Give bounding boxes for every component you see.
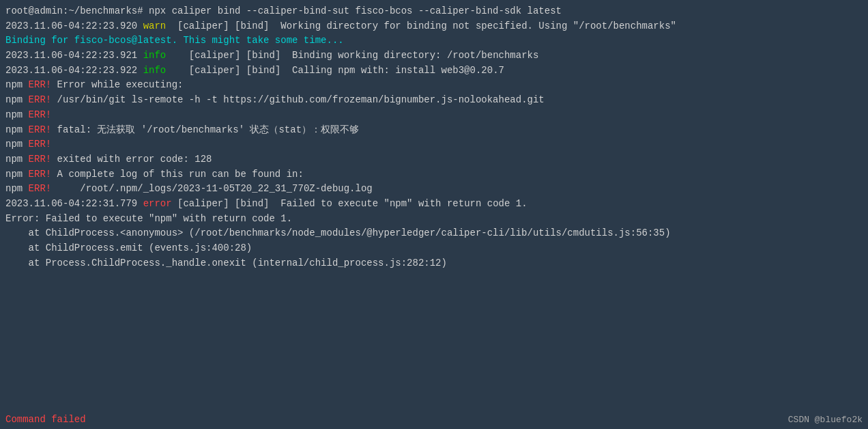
terminal-text: at ChildProcess.emit (events.js:400:28) (5, 243, 252, 253)
terminal-text: Error: Failed to execute "npm" with retu… (5, 213, 292, 224)
terminal-text: npm (5, 154, 29, 165)
terminal-text: ERR! (29, 109, 52, 120)
terminal-text: warn (143, 20, 167, 31)
terminal-line: root@admin:~/benchmarks# npx caliper bin… (5, 4, 863, 19)
terminal-text: 2023.11.06-04:22:23.921 (5, 50, 143, 61)
terminal-output: root@admin:~/benchmarks# npx caliper bin… (5, 4, 863, 271)
terminal-text: npm (5, 79, 29, 90)
terminal-text: info (143, 50, 167, 61)
terminal-line: npm ERR! Error while executing: (5, 78, 863, 93)
terminal-text: info (143, 65, 167, 76)
terminal-text: npm (5, 94, 29, 105)
terminal-text: fatal: 无法获取 '/root/benchmarks' 状态（stat）：… (51, 124, 359, 135)
terminal-line: npm ERR! /root/.npm/_logs/2023-11-05T20_… (5, 182, 863, 197)
terminal-text: /root/.npm/_logs/2023-11-05T20_22_31_770… (51, 183, 372, 194)
terminal-text: ERR! (29, 139, 52, 150)
terminal-text: 2023.11.06-04:22:23.920 (5, 20, 143, 31)
terminal-text: Binding for fisco-bcos@latest. This migh… (5, 35, 344, 46)
terminal-text: A complete log of this run can be found … (51, 169, 304, 180)
terminal-line: Error: Failed to execute "npm" with retu… (5, 212, 863, 227)
terminal-text: ERR! (29, 183, 52, 194)
terminal-text: ERR! (29, 79, 52, 90)
terminal-text: exited with error code: 128 (51, 154, 212, 165)
terminal-line: 2023.11.06-04:22:23.922 info [caliper] [… (5, 64, 863, 79)
terminal-text: [caliper] [bind] Binding working directo… (166, 50, 538, 61)
terminal-line: npm ERR! (5, 137, 863, 152)
terminal-text: at ChildProcess.<anonymous> (/root/bench… (5, 227, 671, 238)
terminal-line: 2023.11.06-04:22:23.921 info [caliper] [… (5, 49, 863, 64)
terminal-text: Error while executing: (51, 79, 183, 90)
terminal-text: npm (5, 169, 29, 180)
terminal-text: ERR! (29, 94, 52, 105)
terminal-text: error (143, 198, 172, 209)
terminal-text: 2023.11.06-04:22:23.922 (5, 65, 143, 76)
terminal-text: npm (5, 183, 29, 194)
terminal-line: at Process.ChildProcess._handle.onexit (… (5, 256, 863, 271)
command-failed-label: Command failed (5, 414, 86, 425)
terminal-text: npm (5, 109, 29, 120)
terminal-text: ERR! (29, 154, 52, 165)
terminal-line: npm ERR! A complete log of this run can … (5, 167, 863, 182)
terminal-text: [caliper] [bind] Calling npm with: insta… (166, 65, 504, 76)
terminal-text: npm (5, 124, 29, 135)
terminal-text: ERR! (29, 124, 52, 135)
terminal-text: root@admin:~/benchmarks# npx caliper bin… (5, 5, 562, 16)
terminal-line: npm ERR! (5, 108, 863, 123)
terminal-line: npm ERR! exited with error code: 128 (5, 152, 863, 167)
csdn-watermark: CSDN @bluefo2k (788, 415, 863, 425)
terminal-text: 2023.11.06-04:22:31.779 (5, 198, 143, 209)
terminal-text: /usr/bin/git ls-remote -h -t https://git… (51, 94, 545, 105)
terminal-line: npm ERR! fatal: 无法获取 '/root/benchmarks' … (5, 123, 863, 138)
terminal-line: 2023.11.06-04:22:31.779 error [caliper] … (5, 197, 863, 212)
terminal-text: [caliper] [bind] Working directory for b… (166, 20, 676, 31)
terminal-line: 2023.11.06-04:22:23.920 warn [caliper] [… (5, 19, 863, 34)
terminal-text: npm (5, 139, 29, 150)
terminal-line: Binding for fisco-bcos@latest. This migh… (5, 33, 863, 49)
terminal-line: npm ERR! /usr/bin/git ls-remote -h -t ht… (5, 93, 863, 108)
terminal-line: at ChildProcess.emit (events.js:400:28) (5, 241, 863, 256)
terminal-text: at Process.ChildProcess._handle.onexit (… (5, 258, 447, 268)
bottom-bar: Command failed CSDN @bluefo2k (0, 410, 868, 429)
terminal-text: [caliper] [bind] Failed to execute "npm"… (172, 198, 527, 209)
terminal: root@admin:~/benchmarks# npx caliper bin… (0, 0, 868, 429)
terminal-line: at ChildProcess.<anonymous> (/root/bench… (5, 226, 863, 241)
terminal-text: ERR! (29, 169, 52, 180)
